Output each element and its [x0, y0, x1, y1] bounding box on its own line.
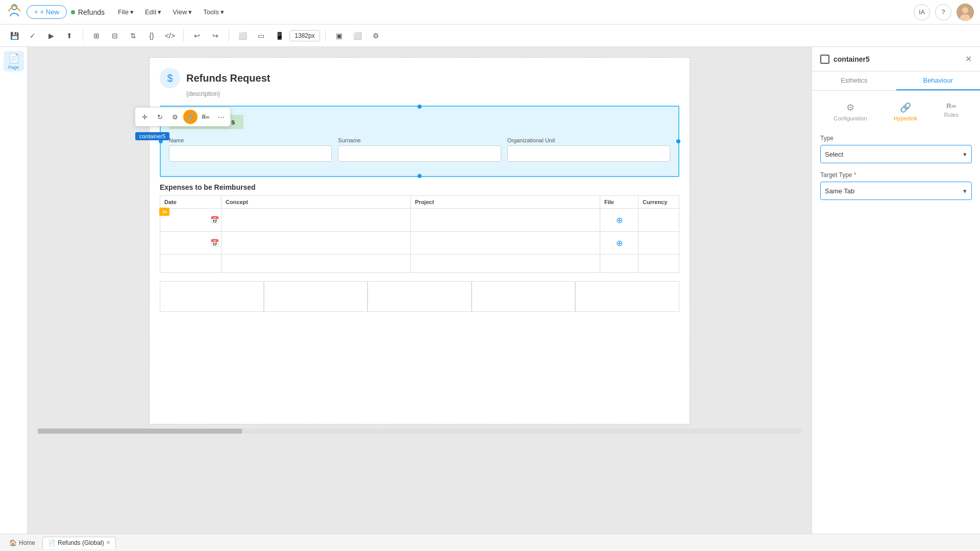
data-button[interactable]: ⇅	[125, 28, 141, 44]
components-button[interactable]: ⊞	[88, 28, 105, 44]
screen-button[interactable]: ▣	[331, 28, 347, 44]
org-unit-input[interactable]	[507, 145, 670, 162]
view-menu[interactable]: View ▾	[167, 6, 197, 18]
selected-container[interactable]: Applicant Details Name Surname Organizat…	[160, 106, 679, 177]
table-row: 📅 ⊕	[160, 232, 679, 255]
window-button[interactable]: ⬜	[349, 28, 365, 44]
target-type-select[interactable]: Same Tab New Tab New Window	[820, 182, 972, 200]
more-tool-btn[interactable]: ⋯	[214, 110, 228, 124]
save-button[interactable]: 💾	[6, 28, 22, 44]
form-icon: $	[160, 68, 180, 88]
resize-handle-right[interactable]	[676, 139, 680, 143]
concept-input-2[interactable]	[224, 234, 408, 252]
expenses-title: Expenses to be Reimbursed	[160, 183, 679, 191]
date-col-header: Date	[160, 196, 222, 209]
left-sidebar: 📄 Page	[0, 47, 28, 534]
target-required-indicator: *	[854, 171, 856, 179]
project-input-2[interactable]	[413, 234, 598, 252]
surname-label: Surname	[338, 137, 501, 143]
name-input[interactable]	[169, 145, 332, 162]
config-tool-btn[interactable]: ⚙	[168, 110, 182, 124]
rotate-tool-btn[interactable]: ↻	[153, 110, 167, 124]
check-button[interactable]: ✓	[24, 28, 41, 44]
code-button[interactable]: {}	[143, 28, 160, 44]
right-panel: container5 ✕ Esthetics Behaviour ⚙ Confi…	[812, 47, 980, 534]
file-add-icon-1[interactable]: ⊕	[616, 216, 623, 224]
rules-icon: R∞	[946, 102, 956, 110]
new-button[interactable]: + + New	[27, 5, 67, 19]
mobile-button[interactable]: 📱	[271, 28, 287, 44]
esthetics-tab[interactable]: Esthetics	[812, 71, 896, 90]
container-label-text: container5	[139, 133, 165, 139]
bottom-cell-3	[368, 281, 472, 312]
edit-menu[interactable]: Edit ▾	[140, 6, 166, 18]
bottom-section	[160, 281, 679, 312]
bottom-cell-2	[264, 281, 368, 312]
project-cell-1	[411, 209, 600, 232]
page-sidebar-item[interactable]: 📄 Page	[4, 51, 24, 71]
type-select[interactable]: Select Internal External	[820, 145, 972, 163]
hyperlink-subtab[interactable]: 🔗 Hyperlink	[888, 99, 923, 124]
move-tool-btn[interactable]: ✛	[137, 110, 152, 124]
rules-tool-btn[interactable]: R∞	[199, 110, 213, 124]
resize-handle-bottom[interactable]	[418, 174, 422, 178]
behaviour-tab-label: Behaviour	[923, 77, 953, 84]
concept-cell-1	[222, 209, 411, 232]
view-menu-label: View	[173, 8, 187, 16]
scrollbar-thumb[interactable]	[38, 429, 242, 434]
source-button[interactable]: </>	[162, 28, 178, 44]
empty-cell-3	[411, 255, 600, 273]
expenses-table: Date Concept Project File Currency Js	[160, 195, 679, 273]
project-input-1[interactable]	[413, 211, 598, 229]
file-add-icon-2[interactable]: ⊕	[616, 239, 623, 247]
tablet-button[interactable]: ▭	[253, 28, 269, 44]
nav-right: IA ?	[914, 4, 974, 21]
home-tab-label: Home	[19, 539, 35, 546]
currency-col-header: Currency	[639, 196, 679, 209]
concept-cell-2	[222, 232, 411, 255]
concept-input-1[interactable]	[224, 211, 408, 229]
file-menu[interactable]: File ▾	[113, 6, 139, 18]
currency-cell-1	[639, 209, 679, 232]
tools-menu[interactable]: Tools ▾	[198, 6, 229, 18]
play-button[interactable]: ▶	[43, 28, 59, 44]
hyperlink-tool-btn[interactable]: 🔗	[183, 110, 198, 124]
org-unit-field: Organizational Unit	[507, 137, 670, 162]
empty-cell-4	[600, 255, 639, 273]
export-button[interactable]: ⬆	[61, 28, 78, 44]
config-icon: ⚙	[846, 102, 854, 113]
resize-handle-top[interactable]	[418, 105, 422, 109]
undo-button[interactable]: ↩	[189, 28, 205, 44]
settings-button[interactable]: ⚙	[368, 28, 384, 44]
layers-button[interactable]: ⊟	[107, 28, 123, 44]
horizontal-scrollbar[interactable]	[38, 429, 801, 434]
rules-subtab[interactable]: R∞ Rules	[938, 99, 965, 124]
help-button[interactable]: ?	[935, 4, 951, 20]
configuration-subtab[interactable]: ⚙ Configuration	[827, 99, 873, 124]
surname-input[interactable]	[338, 145, 501, 162]
redo-button[interactable]: ↪	[207, 28, 224, 44]
config-label: Configuration	[834, 115, 867, 121]
nav-menu: File ▾ Edit ▾ View ▾ Tools ▾	[113, 6, 229, 18]
refunds-tab[interactable]: 📄 Refunds (Global) ✕	[42, 537, 116, 549]
currency-input-1[interactable]	[641, 211, 677, 229]
page-name-display: Refunds	[71, 8, 105, 16]
user-avatar[interactable]	[957, 4, 974, 21]
main-area: 📄 Page ✛ ↻ ⚙ 🔗 R∞ ⋯ container5 $	[0, 47, 980, 534]
target-type-label: Target Type *	[820, 171, 972, 179]
app-logo[interactable]	[6, 3, 22, 21]
desktop-button[interactable]: ⬜	[234, 28, 251, 44]
bottom-tabs-bar: 🏠 Home 📄 Refunds (Global) ✕	[0, 534, 980, 551]
currency-input-2[interactable]	[641, 234, 677, 252]
sub-tabs: ⚙ Configuration 🔗 Hyperlink R∞ Rules	[820, 99, 972, 124]
js-badge: Js	[159, 208, 169, 216]
ia-button[interactable]: IA	[914, 4, 930, 20]
name-field: Name	[169, 137, 332, 162]
panel-close-button[interactable]: ✕	[965, 54, 972, 64]
tab-close-icon[interactable]: ✕	[106, 540, 110, 545]
home-tab[interactable]: 🏠 Home	[4, 537, 40, 548]
element-toolbar: ✛ ↻ ⚙ 🔗 R∞ ⋯ container5	[135, 107, 231, 127]
new-label: + New	[40, 8, 59, 16]
behaviour-tab[interactable]: Behaviour	[896, 71, 981, 90]
file-cell-1: ⊕	[600, 209, 639, 232]
